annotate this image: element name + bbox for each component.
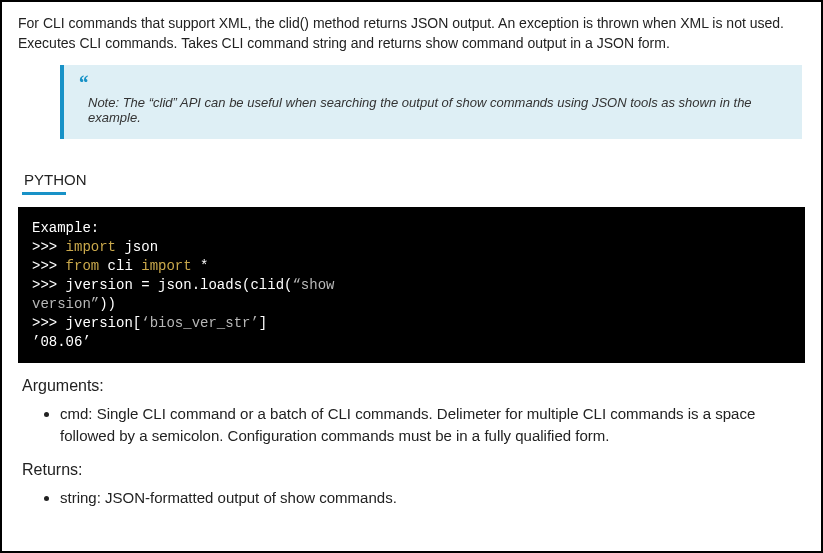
code-line: >>> jversion[‘bios_ver_str’] (32, 314, 791, 333)
language-tab-label: PYTHON (22, 171, 89, 191)
list-item: cmd: Single CLI command or a batch of CL… (60, 403, 805, 447)
code-prompt: >>> (32, 239, 66, 255)
code-line: ’08.06’ (32, 333, 791, 352)
code-example-block: Example:>>> import json>>> from cli impo… (18, 207, 805, 363)
code-line: Example: (32, 219, 791, 238)
code-line: >>> from cli import * (32, 257, 791, 276)
returns-list: string: JSON-formatted output of show co… (60, 487, 805, 509)
code-string: “show (292, 277, 334, 293)
code-text: ] (259, 315, 267, 331)
code-text: jversion = json.loads(clid( (66, 277, 293, 293)
code-string: ‘bios_ver_str’ (141, 315, 259, 331)
code-text: jversion[ (66, 315, 142, 331)
returns-heading: Returns: (22, 461, 805, 479)
code-keyword: from (66, 258, 100, 274)
code-keyword: import (66, 239, 116, 255)
code-text: )) (99, 296, 116, 312)
note-text: Note: The “clid” API can be useful when … (78, 95, 788, 125)
code-text: Example: (32, 220, 99, 236)
code-prompt: >>> (32, 277, 66, 293)
arguments-heading: Arguments: (22, 377, 805, 395)
code-string: version” (32, 296, 99, 312)
code-text: * (192, 258, 209, 274)
arguments-list: cmd: Single CLI command or a batch of CL… (60, 403, 805, 447)
quote-mark-icon: “ (78, 73, 788, 93)
code-text: cli (99, 258, 141, 274)
code-prompt: >>> (32, 315, 66, 331)
code-text: json (116, 239, 158, 255)
code-line: version”)) (32, 295, 791, 314)
language-tab: PYTHON (22, 171, 89, 195)
language-tab-underline (22, 192, 66, 195)
note-callout: “ Note: The “clid” API can be useful whe… (60, 65, 802, 139)
code-line: >>> jversion = json.loads(clid(“show (32, 276, 791, 295)
intro-paragraph: For CLI commands that support XML, the c… (18, 14, 805, 53)
code-keyword: import (141, 258, 191, 274)
code-line: >>> import json (32, 238, 791, 257)
code-prompt: >>> (32, 258, 66, 274)
list-item: string: JSON-formatted output of show co… (60, 487, 805, 509)
code-text: ’08.06’ (32, 334, 91, 350)
